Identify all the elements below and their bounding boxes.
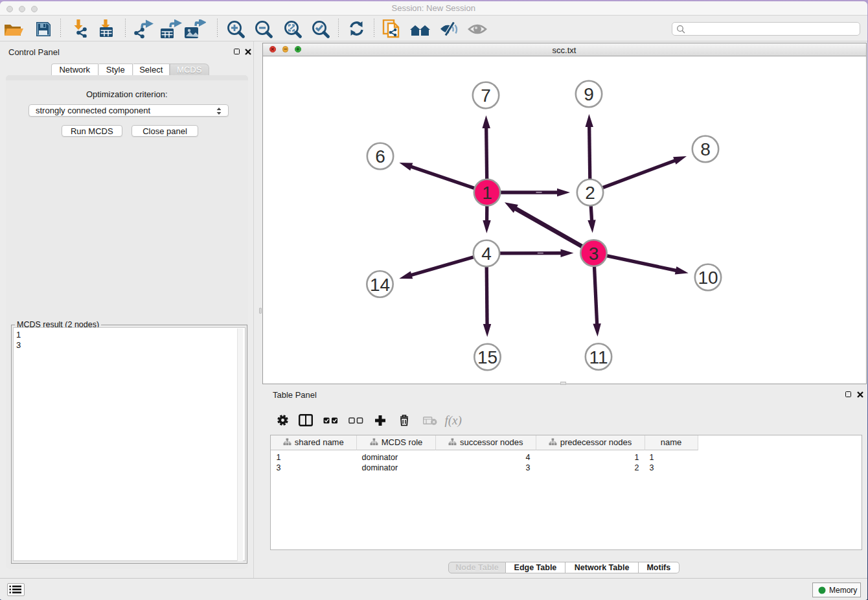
svg-text:15: 15 xyxy=(477,347,497,367)
svg-text:9: 9 xyxy=(584,84,594,104)
svg-text:8: 8 xyxy=(700,139,711,159)
svg-text:2: 2 xyxy=(585,183,595,203)
svg-text:4: 4 xyxy=(481,244,492,264)
svg-text:1: 1 xyxy=(482,183,492,203)
svg-text:3: 3 xyxy=(588,243,599,263)
svg-text:11: 11 xyxy=(589,347,608,367)
svg-text:14: 14 xyxy=(369,274,389,294)
svg-text:10: 10 xyxy=(698,268,718,288)
svg-text:7: 7 xyxy=(481,86,491,106)
svg-text:6: 6 xyxy=(375,146,385,167)
